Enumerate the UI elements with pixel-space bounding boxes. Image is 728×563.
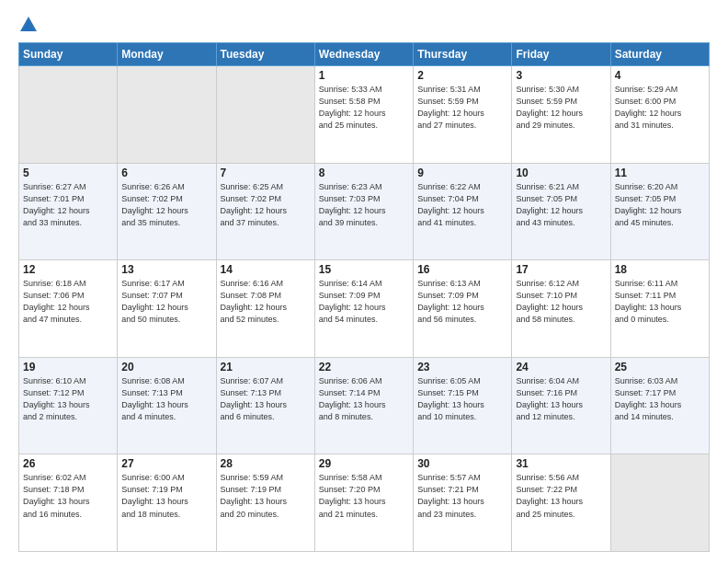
day-number: 8 xyxy=(319,167,409,179)
day-info: Sunrise: 5:56 AM Sunset: 7:22 PM Dayligh… xyxy=(516,472,606,520)
day-info: Sunrise: 6:22 AM Sunset: 7:04 PM Dayligh… xyxy=(417,181,507,229)
day-cell: 23Sunrise: 6:05 AM Sunset: 7:15 PM Dayli… xyxy=(414,357,512,454)
day-cell: 17Sunrise: 6:12 AM Sunset: 7:10 PM Dayli… xyxy=(512,260,610,358)
day-cell: 26Sunrise: 6:02 AM Sunset: 7:18 PM Dayli… xyxy=(19,454,118,552)
day-number: 3 xyxy=(516,69,606,82)
day-cell xyxy=(19,66,118,164)
day-cell: 20Sunrise: 6:08 AM Sunset: 7:13 PM Dayli… xyxy=(118,357,216,454)
day-info: Sunrise: 5:33 AM Sunset: 5:58 PM Dayligh… xyxy=(319,84,409,132)
day-cell xyxy=(118,66,216,164)
day-cell: 30Sunrise: 5:57 AM Sunset: 7:21 PM Dayli… xyxy=(414,454,512,552)
day-cell: 24Sunrise: 6:04 AM Sunset: 7:16 PM Dayli… xyxy=(512,357,610,454)
day-cell xyxy=(216,66,314,164)
day-number: 23 xyxy=(417,361,507,373)
weekday-header-friday: Friday xyxy=(512,43,610,66)
week-row-2: 12Sunrise: 6:18 AM Sunset: 7:06 PM Dayli… xyxy=(19,260,710,358)
day-number: 19 xyxy=(23,361,113,373)
day-cell: 15Sunrise: 6:14 AM Sunset: 7:09 PM Dayli… xyxy=(314,260,413,358)
week-row-1: 5Sunrise: 6:27 AM Sunset: 7:01 PM Daylig… xyxy=(19,163,710,260)
day-cell: 9Sunrise: 6:22 AM Sunset: 7:04 PM Daylig… xyxy=(414,163,512,260)
day-info: Sunrise: 6:12 AM Sunset: 7:10 PM Dayligh… xyxy=(516,278,606,326)
day-number: 6 xyxy=(121,167,211,179)
day-cell: 14Sunrise: 6:16 AM Sunset: 7:08 PM Dayli… xyxy=(216,260,314,358)
day-cell: 16Sunrise: 6:13 AM Sunset: 7:09 PM Dayli… xyxy=(414,260,512,358)
day-cell: 29Sunrise: 5:58 AM Sunset: 7:20 PM Dayli… xyxy=(314,454,413,552)
day-info: Sunrise: 6:17 AM Sunset: 7:07 PM Dayligh… xyxy=(121,278,211,326)
day-number: 1 xyxy=(319,69,409,82)
day-info: Sunrise: 6:27 AM Sunset: 7:01 PM Dayligh… xyxy=(23,181,113,229)
day-cell: 21Sunrise: 6:07 AM Sunset: 7:13 PM Dayli… xyxy=(216,357,314,454)
day-info: Sunrise: 6:18 AM Sunset: 7:06 PM Dayligh… xyxy=(23,278,113,326)
day-cell xyxy=(610,454,709,552)
day-number: 25 xyxy=(615,361,705,373)
weekday-header-wednesday: Wednesday xyxy=(314,43,413,66)
day-number: 31 xyxy=(516,457,606,470)
day-number: 28 xyxy=(221,457,311,470)
day-info: Sunrise: 6:10 AM Sunset: 7:12 PM Dayligh… xyxy=(23,375,113,423)
day-number: 21 xyxy=(221,361,311,373)
day-cell: 8Sunrise: 6:23 AM Sunset: 7:03 PM Daylig… xyxy=(314,163,413,260)
day-info: Sunrise: 6:06 AM Sunset: 7:14 PM Dayligh… xyxy=(319,375,409,423)
day-cell: 27Sunrise: 6:00 AM Sunset: 7:19 PM Dayli… xyxy=(118,454,216,552)
day-number: 10 xyxy=(516,167,606,179)
day-cell: 13Sunrise: 6:17 AM Sunset: 7:07 PM Dayli… xyxy=(118,260,216,358)
day-info: Sunrise: 6:20 AM Sunset: 7:05 PM Dayligh… xyxy=(615,181,705,229)
day-cell: 25Sunrise: 6:03 AM Sunset: 7:17 PM Dayli… xyxy=(610,357,709,454)
day-info: Sunrise: 6:05 AM Sunset: 7:15 PM Dayligh… xyxy=(417,375,507,423)
day-number: 7 xyxy=(221,167,311,179)
week-row-3: 19Sunrise: 6:10 AM Sunset: 7:12 PM Dayli… xyxy=(19,357,710,454)
day-info: Sunrise: 6:23 AM Sunset: 7:03 PM Dayligh… xyxy=(319,181,409,229)
calendar-body: 1Sunrise: 5:33 AM Sunset: 5:58 PM Daylig… xyxy=(19,66,710,552)
day-number: 11 xyxy=(615,167,705,179)
calendar-table: SundayMondayTuesdayWednesdayThursdayFrid… xyxy=(18,42,710,552)
day-number: 24 xyxy=(516,361,606,373)
day-number: 27 xyxy=(121,457,211,470)
day-number: 13 xyxy=(121,263,211,276)
day-cell: 3Sunrise: 5:30 AM Sunset: 5:59 PM Daylig… xyxy=(512,66,610,164)
week-row-0: 1Sunrise: 5:33 AM Sunset: 5:58 PM Daylig… xyxy=(19,66,710,164)
header xyxy=(18,15,710,35)
logo-icon xyxy=(18,15,39,35)
day-info: Sunrise: 5:58 AM Sunset: 7:20 PM Dayligh… xyxy=(319,472,409,520)
day-info: Sunrise: 5:57 AM Sunset: 7:21 PM Dayligh… xyxy=(417,472,507,520)
day-cell: 31Sunrise: 5:56 AM Sunset: 7:22 PM Dayli… xyxy=(512,454,610,552)
day-info: Sunrise: 6:02 AM Sunset: 7:18 PM Dayligh… xyxy=(23,472,113,520)
day-cell: 1Sunrise: 5:33 AM Sunset: 5:58 PM Daylig… xyxy=(314,66,413,164)
day-info: Sunrise: 6:16 AM Sunset: 7:08 PM Dayligh… xyxy=(221,278,311,326)
day-info: Sunrise: 6:08 AM Sunset: 7:13 PM Dayligh… xyxy=(121,375,211,423)
weekday-header-saturday: Saturday xyxy=(610,43,709,66)
day-info: Sunrise: 6:14 AM Sunset: 7:09 PM Dayligh… xyxy=(319,278,409,326)
day-number: 30 xyxy=(417,457,507,470)
day-number: 9 xyxy=(417,167,507,179)
calendar-header: SundayMondayTuesdayWednesdayThursdayFrid… xyxy=(19,43,710,66)
day-cell: 5Sunrise: 6:27 AM Sunset: 7:01 PM Daylig… xyxy=(19,163,118,260)
day-info: Sunrise: 6:07 AM Sunset: 7:13 PM Dayligh… xyxy=(221,375,311,423)
day-number: 14 xyxy=(221,263,311,276)
day-info: Sunrise: 6:04 AM Sunset: 7:16 PM Dayligh… xyxy=(516,375,606,423)
weekday-row: SundayMondayTuesdayWednesdayThursdayFrid… xyxy=(19,43,710,66)
day-cell: 10Sunrise: 6:21 AM Sunset: 7:05 PM Dayli… xyxy=(512,163,610,260)
day-cell: 2Sunrise: 5:31 AM Sunset: 5:59 PM Daylig… xyxy=(414,66,512,164)
day-info: Sunrise: 5:29 AM Sunset: 6:00 PM Dayligh… xyxy=(615,84,705,132)
page: SundayMondayTuesdayWednesdayThursdayFrid… xyxy=(0,0,728,563)
day-number: 29 xyxy=(319,457,409,470)
day-number: 12 xyxy=(23,263,113,276)
day-info: Sunrise: 5:59 AM Sunset: 7:19 PM Dayligh… xyxy=(221,472,311,520)
day-number: 17 xyxy=(516,263,606,276)
day-cell: 6Sunrise: 6:26 AM Sunset: 7:02 PM Daylig… xyxy=(118,163,216,260)
day-cell: 28Sunrise: 5:59 AM Sunset: 7:19 PM Dayli… xyxy=(216,454,314,552)
day-number: 5 xyxy=(23,167,113,179)
day-info: Sunrise: 6:25 AM Sunset: 7:02 PM Dayligh… xyxy=(221,181,311,229)
day-number: 18 xyxy=(615,263,705,276)
day-cell: 19Sunrise: 6:10 AM Sunset: 7:12 PM Dayli… xyxy=(19,357,118,454)
day-number: 22 xyxy=(319,361,409,373)
day-info: Sunrise: 6:00 AM Sunset: 7:19 PM Dayligh… xyxy=(121,472,211,520)
day-cell: 11Sunrise: 6:20 AM Sunset: 7:05 PM Dayli… xyxy=(610,163,709,260)
day-number: 4 xyxy=(615,69,705,82)
day-info: Sunrise: 5:30 AM Sunset: 5:59 PM Dayligh… xyxy=(516,84,606,132)
day-info: Sunrise: 6:11 AM Sunset: 7:11 PM Dayligh… xyxy=(615,278,705,326)
day-cell: 22Sunrise: 6:06 AM Sunset: 7:14 PM Dayli… xyxy=(314,357,413,454)
week-row-4: 26Sunrise: 6:02 AM Sunset: 7:18 PM Dayli… xyxy=(19,454,710,552)
day-number: 15 xyxy=(319,263,409,276)
day-number: 16 xyxy=(417,263,507,276)
